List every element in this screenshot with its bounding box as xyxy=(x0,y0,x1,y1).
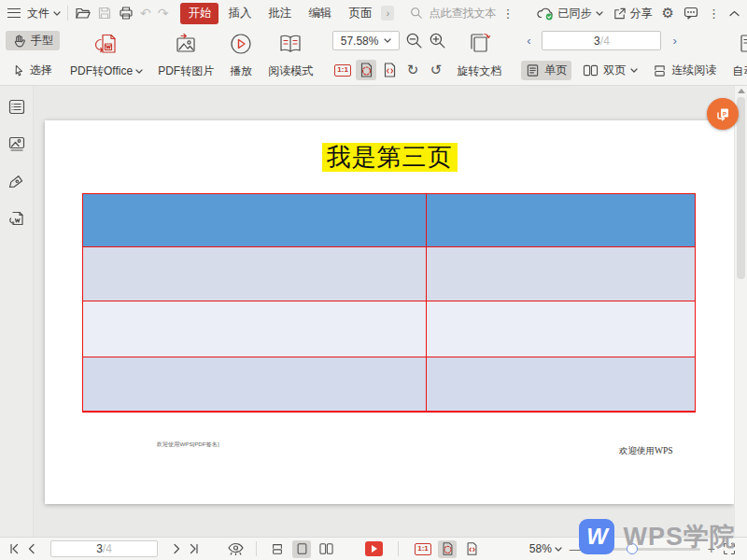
document-table xyxy=(82,193,696,413)
next-page-icon[interactable] xyxy=(171,543,182,554)
print-icon[interactable] xyxy=(119,6,134,21)
pdf-to-image-button[interactable]: PDF转图片 xyxy=(151,29,220,82)
tab-comment[interactable]: 批注 xyxy=(261,3,299,24)
more-vert-icon[interactable]: ⋮ xyxy=(708,7,720,21)
auto-scroll-button[interactable]: 自动滚 xyxy=(726,29,747,82)
redo-icon[interactable]: ↷ xyxy=(158,6,169,21)
double-page-button[interactable]: 双页 xyxy=(579,61,641,80)
continuous-read-icon xyxy=(271,542,284,555)
share-button[interactable]: 分享 xyxy=(613,6,653,21)
select-tool-label: 选择 xyxy=(30,63,52,78)
single-page-icon xyxy=(526,63,540,77)
table-row xyxy=(83,357,695,412)
first-page-icon[interactable] xyxy=(7,543,21,554)
ribbon-tabs: 开始 插入 批注 编辑 页面 › xyxy=(180,3,394,24)
status-continuous-button[interactable] xyxy=(268,540,287,558)
vertical-scrollbar[interactable] xyxy=(734,86,747,537)
play-button[interactable]: 播放 xyxy=(222,29,260,82)
table-cell xyxy=(83,247,426,301)
open-file-icon[interactable] xyxy=(75,6,91,21)
rotate-document-button[interactable]: 旋转文档 xyxy=(450,29,508,82)
rotate-ccw-icon: ↺ xyxy=(430,63,443,77)
status-page-current: 3 xyxy=(96,542,103,555)
table-cell xyxy=(426,194,695,247)
wps-logo: W xyxy=(579,519,614,554)
cloud-sync-icon xyxy=(537,7,555,21)
fit-width-button[interactable] xyxy=(379,60,400,80)
chevron-down-icon xyxy=(596,11,603,16)
page-number-input[interactable]: 3/4 xyxy=(542,31,661,50)
tab-home[interactable]: 开始 xyxy=(180,3,218,24)
annotate-panel-button[interactable] xyxy=(7,172,26,190)
table-cell xyxy=(426,247,695,301)
search-more-icon[interactable]: ⋮ xyxy=(501,7,514,21)
prev-page-icon[interactable] xyxy=(26,543,37,554)
collapse-ribbon-icon[interactable] xyxy=(729,10,740,17)
hamburger-icon[interactable] xyxy=(7,8,21,18)
search-icon xyxy=(410,7,423,20)
pdf-to-office-button[interactable]: PDF转Office xyxy=(63,29,149,82)
export-word-panel-button[interactable] xyxy=(7,209,26,228)
tab-insert[interactable]: 插入 xyxy=(220,3,259,24)
image-panel-button[interactable] xyxy=(7,134,26,153)
zoom-out-icon[interactable] xyxy=(405,32,423,49)
scroll-up-icon[interactable] xyxy=(738,89,745,93)
table-cell xyxy=(426,357,695,412)
cursor-icon xyxy=(12,63,25,77)
undo-icon[interactable]: ↶ xyxy=(140,6,151,21)
page-total: /4 xyxy=(600,35,610,48)
fit-page-button[interactable] xyxy=(356,60,376,80)
tab-overflow-button[interactable]: › xyxy=(381,6,394,21)
divider xyxy=(256,541,257,556)
zoom-in-icon[interactable] xyxy=(429,32,446,49)
status-fit-page-button[interactable] xyxy=(438,540,457,558)
rotate-cw-button[interactable]: ↻ xyxy=(402,60,423,80)
table-cell xyxy=(83,301,426,357)
status-single-page-button[interactable] xyxy=(292,540,311,558)
fit-page-icon xyxy=(441,541,455,556)
pdf-page[interactable]: 我是第三页 欢迎使用WPS[PDF签名] 欢迎使用WPS xyxy=(45,120,734,504)
pdf-to-office-label: PDF转Office xyxy=(70,63,133,79)
next-page-icon[interactable]: › xyxy=(667,34,682,48)
status-zoom-value[interactable]: 58% xyxy=(529,542,562,555)
eye-protect-icon[interactable] xyxy=(227,542,245,555)
status-play-button[interactable] xyxy=(365,541,383,556)
status-actual-size-button[interactable]: 1:1 xyxy=(414,540,432,558)
tab-edit[interactable]: 编辑 xyxy=(301,3,339,24)
file-menu[interactable]: 文件 xyxy=(27,6,61,21)
page-title: 我是第三页 xyxy=(45,141,734,174)
zoom-input[interactable]: 57.58% xyxy=(332,31,400,50)
status-page-input[interactable]: 3/4 xyxy=(50,540,158,557)
floating-convert-button[interactable]: P xyxy=(707,98,739,130)
feedback-icon[interactable] xyxy=(684,7,698,20)
sync-status[interactable]: 已同步 xyxy=(537,6,603,21)
single-page-icon xyxy=(296,542,308,555)
tab-page[interactable]: 页面 xyxy=(341,3,379,24)
status-zoom-label: 58% xyxy=(529,542,552,555)
thumbnail-panel-button[interactable] xyxy=(7,97,26,116)
sync-label: 已同步 xyxy=(558,6,592,21)
select-tool-button[interactable]: 选择 xyxy=(6,61,60,80)
single-page-button[interactable]: 单页 xyxy=(521,61,571,80)
doc-convert-icon: P xyxy=(714,105,731,122)
last-page-icon[interactable] xyxy=(188,543,201,554)
prev-page-icon[interactable]: ‹ xyxy=(521,34,536,48)
document-canvas[interactable]: 我是第三页 欢迎使用WPS[PDF签名] 欢迎使用WPS P xyxy=(34,86,734,537)
continuous-read-button[interactable]: 连续阅读 xyxy=(649,61,720,80)
chevron-down-icon xyxy=(53,11,61,16)
status-fit-width-button[interactable] xyxy=(462,540,481,558)
status-double-page-button[interactable] xyxy=(317,540,335,558)
pen-icon xyxy=(8,173,25,189)
find-text-box[interactable]: 点此查找文本 ⋮ xyxy=(410,6,514,21)
gear-icon[interactable]: ⚙ xyxy=(662,5,674,21)
actual-size-button[interactable]: 1:1 xyxy=(332,60,353,80)
page-current: 3 xyxy=(594,35,600,48)
save-icon[interactable] xyxy=(97,6,112,21)
scrollbar-thumb[interactable] xyxy=(737,97,745,279)
rotate-ccw-button[interactable]: ↺ xyxy=(426,60,446,80)
hand-tool-button[interactable]: 手型 xyxy=(6,31,60,50)
divider xyxy=(67,6,68,21)
read-mode-button[interactable]: 阅读模式 xyxy=(261,29,319,82)
share-label: 分享 xyxy=(630,6,653,21)
chevron-down-icon xyxy=(630,68,638,73)
